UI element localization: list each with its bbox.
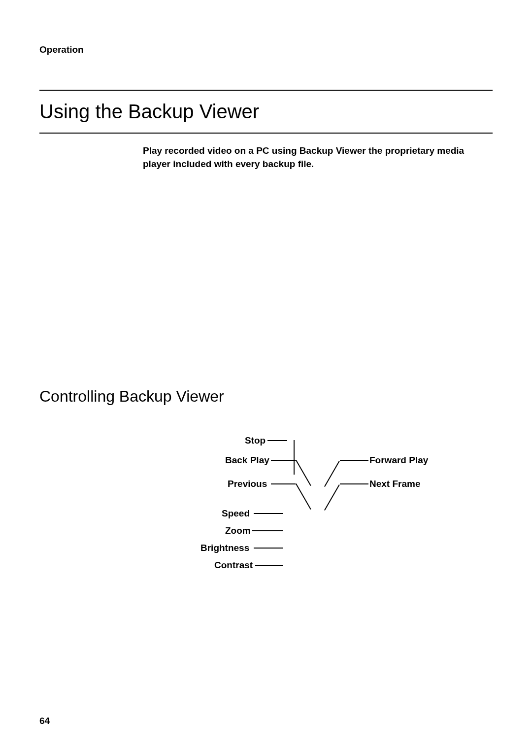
section-subtitle: Controlling Backup Viewer [39, 171, 493, 406]
label-brightness: Brightness [200, 543, 249, 553]
page-number: 64 [39, 716, 50, 726]
connector-line [294, 440, 295, 475]
label-contrast: Contrast [214, 560, 253, 571]
connector-line [340, 460, 368, 461]
connector-line [296, 483, 311, 510]
label-speed: Speed [222, 508, 250, 519]
connector-line [271, 460, 296, 461]
label-forward-play: Forward Play [369, 455, 428, 466]
connector-line [252, 530, 283, 531]
label-next-frame: Next Frame [369, 479, 421, 489]
connector-line [267, 440, 287, 441]
control-diagram: Stop Back Play Previous Speed Zoom Brigh… [39, 435, 493, 608]
connector-line [296, 460, 311, 486]
page-description: Play recorded video on a PC using Backup… [39, 134, 493, 171]
connector-line [271, 483, 296, 484]
connector-line [340, 483, 368, 484]
connector-line [254, 548, 283, 549]
label-previous: Previous [228, 479, 267, 489]
connector-line [255, 565, 283, 566]
page-title: Using the Backup Viewer [39, 91, 493, 133]
section-header: Operation [39, 44, 493, 55]
connector-line [324, 484, 339, 511]
connector-line [324, 461, 339, 487]
connector-line [254, 513, 283, 514]
label-stop: Stop [245, 435, 266, 446]
label-back-play: Back Play [225, 455, 269, 466]
label-zoom: Zoom [225, 525, 251, 536]
